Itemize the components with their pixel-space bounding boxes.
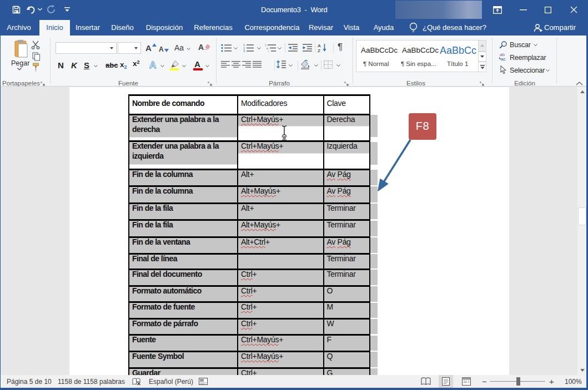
svg-text:i: i — [268, 49, 269, 52]
svg-text:A: A — [318, 43, 321, 48]
svg-text:ac: ac — [501, 57, 505, 61]
svg-text:Z: Z — [318, 48, 320, 52]
svg-text:A: A — [149, 60, 156, 69]
svg-text:3: 3 — [243, 49, 245, 52]
